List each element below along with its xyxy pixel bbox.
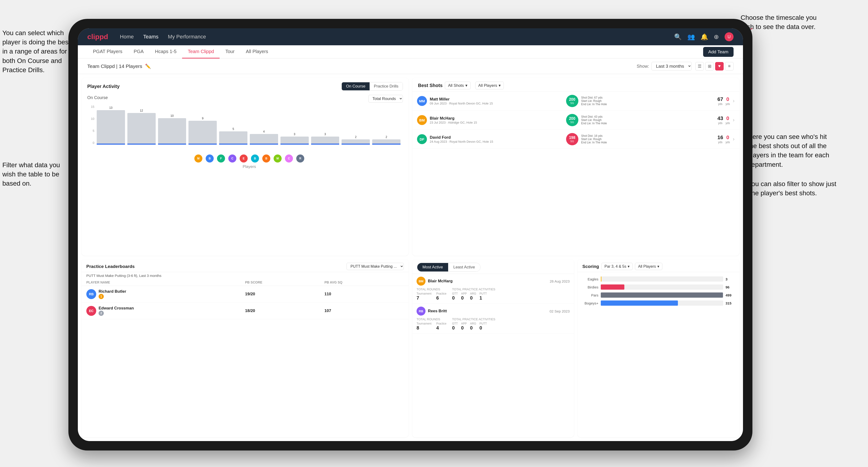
tab-hcaps[interactable]: Hcaps 1-5	[149, 45, 182, 59]
player-avatar[interactable]: E	[240, 154, 248, 162]
chart-filter-select[interactable]: Total Rounds	[368, 95, 403, 102]
least-active-pill[interactable]: Least Active	[448, 263, 480, 272]
par-filter-chevron: ▾	[628, 264, 629, 269]
player-avatars-row: MBFCEBBMCR	[96, 152, 403, 163]
tab-all-players[interactable]: All Players	[240, 45, 274, 59]
scoring-bar-row: Birdies96	[578, 283, 739, 290]
shot-details: Shot Dist: 16 yds Start Lie: Rough End L…	[581, 134, 715, 144]
scoring-bar-fill	[601, 301, 678, 306]
all-players-label: All Players	[478, 83, 497, 88]
nav-link-teams[interactable]: Teams	[143, 34, 158, 40]
tab-pgat-players[interactable]: PGAT Players	[87, 45, 128, 59]
shot-stats: 16 yds 0 yds	[717, 134, 730, 144]
scoring-bar-count: 499	[725, 293, 735, 297]
practice-title: Practice Leaderboards	[86, 264, 135, 269]
time-filter-select[interactable]: Last 3 months	[651, 62, 691, 70]
practice-leaderboards-card: Practice Leaderboards PUTT Must Make Put…	[82, 259, 408, 437]
shot-player-avatar: BM	[417, 115, 427, 125]
all-players-filter[interactable]: All Players ▾	[475, 82, 504, 89]
scoring-card: Scoring Par 3, 4 & 5s ▾ All Players ▾ Ea…	[578, 259, 739, 437]
bar-group: 10	[158, 114, 186, 145]
practice-drills-toggle[interactable]: Practice Drills	[370, 82, 403, 90]
add-team-button[interactable]: Add Team	[703, 47, 734, 57]
bar-group: 4	[250, 130, 278, 145]
practice-filter-select[interactable]: PUTT Must Make Putting ...	[346, 263, 404, 270]
annotation-best-shots: Here you can see who's hit the best shot…	[748, 132, 837, 169]
view-list-icon[interactable]: ☰	[695, 62, 704, 70]
practice-score: 19/20	[245, 292, 324, 297]
all-shots-filter[interactable]: All Shots ▾	[445, 82, 470, 89]
bottom-right-grid: Most Active Least Active BM Blair McHarg…	[412, 259, 739, 437]
annotation-player-select: You can select which player is doing the…	[2, 28, 71, 74]
player-activity-card: Player Activity On Course Practice Drill…	[82, 78, 408, 256]
practice-row: RBRichard Butler119/20110	[82, 286, 408, 303]
chart-area-header: On Course Total Rounds	[87, 95, 403, 102]
scoring-bar-fill	[601, 292, 723, 298]
shot-badge: 200SG	[566, 114, 578, 126]
practice-name-rank-wrap: Edward Crossman2	[99, 306, 134, 316]
player-avatar[interactable]: B	[262, 154, 270, 162]
scoring-bar-label: Pars	[582, 293, 598, 297]
scoring-bar-fill	[601, 276, 601, 282]
scoring-bar-row: Bogeys+315	[578, 299, 739, 307]
bell-icon[interactable]: 🔔	[701, 33, 708, 40]
player-avatar[interactable]: B	[251, 154, 259, 162]
bar-group: 3	[311, 132, 339, 145]
scoring-bar-count: 3	[725, 277, 735, 281]
scoring-players-label: All Players	[638, 264, 656, 269]
shot-entry: DFDavid Ford24 Aug 2023 · Royal North De…	[412, 130, 739, 149]
edit-icon[interactable]: ✏️	[145, 63, 151, 69]
tab-pga[interactable]: PGA	[128, 45, 149, 59]
player-avatar[interactable]: C	[228, 154, 236, 162]
scoring-bar-label: Birdies	[582, 285, 598, 289]
shot-player-info: Matt Miller09 Jun 2023 · Royal North Dev…	[430, 97, 563, 105]
nav-logo: clippd	[87, 33, 108, 41]
most-active-pill[interactable]: Most Active	[417, 263, 448, 272]
user-avatar[interactable]: U	[724, 32, 734, 41]
plus-circle-icon[interactable]: ⊕	[714, 33, 719, 40]
nav-links: Home Teams My Performance	[120, 34, 674, 40]
shot-chevron[interactable]: ›	[733, 136, 735, 142]
tab-team-clippd[interactable]: Team Clippd	[182, 45, 220, 59]
view-sliders-icon[interactable]: ≡	[725, 62, 734, 70]
practice-subtitle: PUTT Must Make Putting (3-6 ft), Last 3 …	[82, 272, 408, 279]
bar-group: 2	[372, 135, 401, 145]
x-axis-label: Players	[96, 163, 403, 171]
player-avatar[interactable]: B	[206, 154, 214, 162]
all-shots-label: All Shots	[448, 83, 464, 88]
view-heart-icon[interactable]: ♥	[715, 62, 724, 70]
tab-tour[interactable]: Tour	[220, 45, 240, 59]
player-avatar[interactable]: M	[274, 154, 282, 162]
scoring-players-chevron: ▾	[657, 264, 659, 269]
bar-group: 13	[97, 106, 125, 145]
shot-chevron[interactable]: ›	[733, 117, 735, 123]
team-header: Team Clippd | 14 Players ✏️ Show: Last 3…	[78, 59, 743, 74]
bars-container: 1312109543322	[97, 105, 401, 145]
player-avatar[interactable]: C	[285, 154, 293, 162]
nav-actions: 🔍 👥 🔔 ⊕ U	[674, 32, 734, 41]
col-pb-score: PB SCORE	[245, 280, 324, 284]
users-icon[interactable]: 👥	[687, 33, 695, 40]
most-active-entry: BM Blair McHarg 26 Aug 2023 Total Rounds…	[412, 274, 574, 304]
y-label-15: 15	[91, 105, 94, 108]
main-grid: Player Activity On Course Practice Drill…	[78, 74, 743, 441]
shot-entry: MMMatt Miller09 Jun 2023 · Royal North D…	[412, 92, 739, 111]
scoring-par-filter[interactable]: Par 3, 4 & 5s ▾	[601, 263, 633, 270]
show-label: Show:	[637, 64, 649, 69]
practice-player-avatar: EC	[86, 306, 96, 316]
scoring-players-filter[interactable]: All Players ▾	[635, 263, 662, 270]
nav-link-my-performance[interactable]: My Performance	[168, 34, 206, 40]
nav-link-home[interactable]: Home	[120, 34, 134, 40]
scoring-bar-label: Eagles	[582, 277, 598, 281]
shot-player-avatar: DF	[417, 134, 427, 144]
shot-chevron[interactable]: ›	[733, 98, 735, 104]
most-active-entry: RB Rees Britt 02 Sep 2023 Total Rounds T…	[412, 304, 574, 334]
on-course-toggle[interactable]: On Course	[342, 82, 370, 90]
most-active-card: Most Active Least Active BM Blair McHarg…	[412, 259, 574, 437]
player-avatar[interactable]: F	[217, 154, 225, 162]
search-icon[interactable]: 🔍	[674, 33, 682, 40]
practice-name-rank-wrap: Richard Butler1	[99, 289, 126, 299]
view-grid-icon[interactable]: ⊞	[705, 62, 714, 70]
player-avatar[interactable]: R	[296, 154, 304, 162]
player-avatar[interactable]: M	[194, 154, 203, 162]
